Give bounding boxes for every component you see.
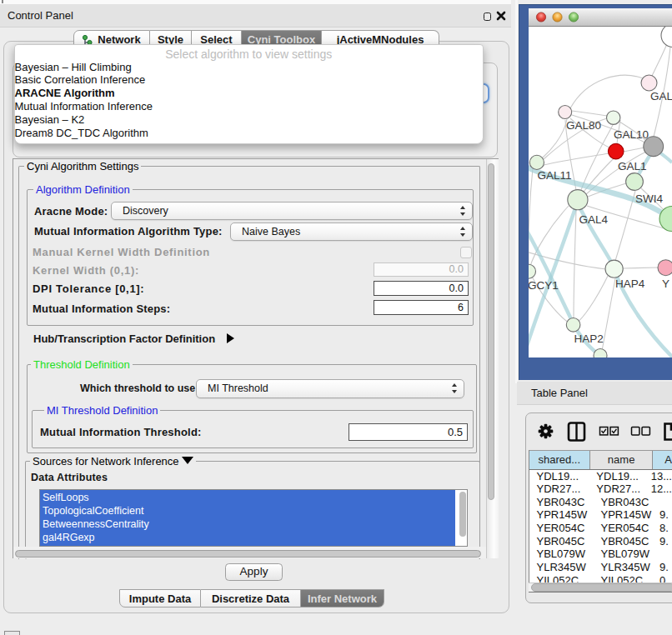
svg-text:SWI4: SWI4	[635, 192, 663, 205]
svg-text:GAL10: GAL10	[614, 128, 649, 140]
svg-text:GAL1: GAL1	[618, 160, 647, 172]
svg-text:GAL4: GAL4	[579, 213, 609, 226]
svg-text:GCY1: GCY1	[529, 279, 559, 292]
svg-text:Y: Y	[662, 278, 669, 290]
svg-text:HAP4: HAP4	[615, 278, 645, 290]
svg-text:GAL11: GAL11	[538, 169, 572, 182]
svg-text:GAL: GAL	[650, 90, 672, 102]
svg-text:GAL80: GAL80	[566, 119, 601, 132]
svg-text:HAP2: HAP2	[574, 332, 604, 345]
